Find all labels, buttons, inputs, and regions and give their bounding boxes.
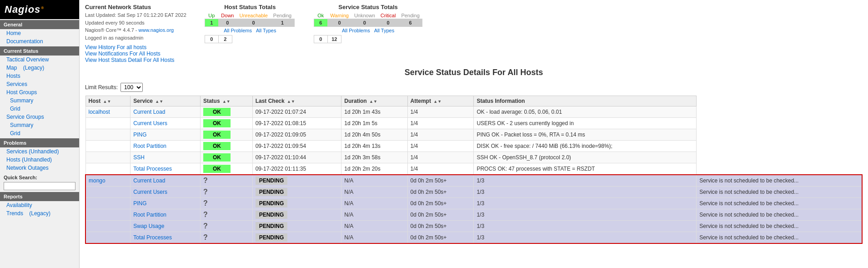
col-last-check[interactable]: Last Check ▲▼ xyxy=(252,96,341,106)
sidebar-item-hosts[interactable]: Hosts xyxy=(0,72,79,80)
host-all-types-count[interactable]: 2 xyxy=(218,35,232,43)
service-link[interactable]: Root Partition xyxy=(133,143,166,149)
sidebar-hosts-link[interactable]: Hosts xyxy=(6,73,20,79)
svc-totals-links: All Problems All Types xyxy=(314,28,422,33)
host-up-count[interactable]: 1 xyxy=(205,19,218,27)
host-all-problems-link[interactable]: All Problems xyxy=(224,28,252,33)
nagios-url-link[interactable]: www.nagios.org xyxy=(139,27,174,33)
sidebar: Nagios® General Home Documentation Curre… xyxy=(0,0,80,268)
sidebar-service-groups-link[interactable]: Service Groups xyxy=(6,114,44,120)
host-sort-arrows[interactable]: ▲▼ xyxy=(103,99,111,104)
sidebar-network-outages-link[interactable]: Network Outages xyxy=(6,165,49,171)
table-row: Root Partition OK 09-17-2022 01:09:54 1d… xyxy=(85,141,862,152)
col-host[interactable]: Host ▲▼ xyxy=(85,96,130,106)
cell-service: Total Processes xyxy=(130,163,201,175)
service-link[interactable]: Current Load xyxy=(133,177,165,184)
cell-host xyxy=(85,198,130,209)
host-all-types-link[interactable]: All Types xyxy=(256,28,276,33)
host-totals-links: All Problems All Types xyxy=(205,28,296,33)
sidebar-item-services-unhandled[interactable]: Services (Unhandled) xyxy=(0,147,79,156)
sidebar-item-tactical-overview[interactable]: Tactical Overview xyxy=(0,56,79,64)
view-history-link[interactable]: View History For all hosts xyxy=(85,44,186,51)
attempt-sort-arrows[interactable]: ▲▼ xyxy=(433,99,442,104)
sidebar-hosts-unhandled-link[interactable]: Hosts (Unhandled) xyxy=(6,157,52,163)
sidebar-item-availability[interactable]: Availability xyxy=(0,201,79,209)
service-link[interactable]: PING xyxy=(133,131,146,138)
host-down-count[interactable]: 0 xyxy=(218,19,236,27)
svc-critical-count[interactable]: 0 xyxy=(378,19,399,27)
cell-attempt: 1/3 xyxy=(474,187,697,198)
service-link[interactable]: Total Processes xyxy=(133,234,172,241)
svc-all-types-count[interactable]: 12 xyxy=(327,35,341,43)
svc-totals-row2-table: 0 12 xyxy=(314,35,341,43)
sidebar-hg-grid-link[interactable]: Grid xyxy=(10,106,20,112)
sidebar-item-services[interactable]: Services xyxy=(0,80,79,88)
sidebar-host-groups-link[interactable]: Host Groups xyxy=(6,89,37,96)
col-status[interactable]: Status ▲▼ xyxy=(200,96,252,106)
col-service[interactable]: Service ▲▼ xyxy=(130,96,201,106)
sidebar-item-hg-summary[interactable]: Summary xyxy=(0,96,79,105)
cell-host xyxy=(85,129,130,141)
sidebar-item-home[interactable]: Home xyxy=(0,29,79,37)
sidebar-trends-link[interactable]: Trends (Legacy) xyxy=(6,210,50,217)
svc-sort-arrows[interactable]: ▲▼ xyxy=(155,99,163,104)
duration-sort-arrows[interactable]: ▲▼ xyxy=(369,99,377,104)
svc-unknown-count[interactable]: 0 xyxy=(351,19,378,27)
svc-warning-count[interactable]: 0 xyxy=(327,19,351,27)
service-totals-title: Service Status Totals xyxy=(314,4,422,10)
svc-problems-count[interactable]: 0 xyxy=(314,35,327,43)
host-link[interactable]: localhost xyxy=(89,109,110,115)
service-link[interactable]: SSH xyxy=(133,154,145,161)
sidebar-home-link[interactable]: Home xyxy=(6,30,21,36)
view-host-status-link[interactable]: View Host Status Detail For All Hosts xyxy=(85,57,186,63)
sidebar-tactical-overview-link[interactable]: Tactical Overview xyxy=(6,56,49,63)
sidebar-item-host-groups[interactable]: Host Groups xyxy=(0,88,79,96)
service-link[interactable]: Current Users xyxy=(133,120,167,126)
svc-pending-count[interactable]: 6 xyxy=(398,19,422,27)
cell-attempt: 1/4 xyxy=(407,106,474,118)
sidebar-item-sg-grid[interactable]: Grid xyxy=(0,129,79,137)
service-link[interactable]: PING xyxy=(133,200,146,207)
sidebar-sg-summary-link[interactable]: Summary xyxy=(10,122,33,128)
host-pending-count[interactable]: 1 xyxy=(271,19,294,27)
service-link[interactable]: Total Processes xyxy=(133,166,172,172)
svc-all-problems-link[interactable]: All Problems xyxy=(342,28,370,33)
cell-duration: 0d 0h 2m 50s+ xyxy=(407,209,474,221)
svc-ok-count[interactable]: 6 xyxy=(314,19,327,27)
sidebar-availability-link[interactable]: Availability xyxy=(6,202,32,208)
sidebar-map-link[interactable]: Map (Legacy) xyxy=(6,65,44,71)
sidebar-documentation-link[interactable]: Documentation xyxy=(6,38,43,45)
sidebar-hg-summary-link[interactable]: Summary xyxy=(10,97,33,104)
limit-select[interactable]: 100 50 200 xyxy=(120,83,143,92)
sidebar-services-link[interactable]: Services xyxy=(6,81,27,87)
sidebar-sg-grid-link[interactable]: Grid xyxy=(10,130,20,137)
col-duration[interactable]: Duration ▲▼ xyxy=(341,96,407,106)
host-unreachable-count[interactable]: 0 xyxy=(236,19,270,27)
view-notifications-link[interactable]: View Notifications For All Hosts xyxy=(85,51,186,57)
col-attempt[interactable]: Attempt ▲▼ xyxy=(407,96,474,106)
lastcheck-sort-arrows[interactable]: ▲▼ xyxy=(287,99,295,104)
svc-all-types-link[interactable]: All Types xyxy=(374,28,394,33)
sidebar-item-documentation[interactable]: Documentation xyxy=(0,37,79,46)
service-link[interactable]: Current Load xyxy=(133,109,165,115)
service-link[interactable]: Current Users xyxy=(133,189,167,195)
sidebar-item-trends[interactable]: Trends (Legacy) xyxy=(0,209,79,217)
logo-superscript: ® xyxy=(41,6,44,10)
sidebar-item-sg-summary[interactable]: Summary xyxy=(0,121,79,129)
sidebar-item-network-outages[interactable]: Network Outages xyxy=(0,164,79,172)
host-link[interactable]: mongo xyxy=(89,177,105,184)
cell-service: Swap Usage xyxy=(130,221,201,232)
status-sort-arrows[interactable]: ▲▼ xyxy=(222,99,231,104)
sidebar-item-hosts-unhandled[interactable]: Hosts (Unhandled) xyxy=(0,156,79,164)
sidebar-item-service-groups[interactable]: Service Groups xyxy=(0,113,79,121)
sidebar-item-map[interactable]: Map (Legacy) xyxy=(0,64,79,72)
service-link[interactable]: Swap Usage xyxy=(133,223,164,229)
host-problems-count[interactable]: 0 xyxy=(205,35,218,43)
cell-info: Service is not scheduled to be checked..… xyxy=(697,232,862,244)
service-link[interactable]: Root Partition xyxy=(133,212,166,218)
sidebar-services-unhandled-link[interactable]: Services (Unhandled) xyxy=(6,148,59,155)
quick-search-input[interactable] xyxy=(4,182,75,190)
cell-status: PENDING xyxy=(252,198,341,209)
sidebar-item-hg-grid[interactable]: Grid xyxy=(0,105,79,113)
status-badge: PENDING xyxy=(256,233,288,242)
